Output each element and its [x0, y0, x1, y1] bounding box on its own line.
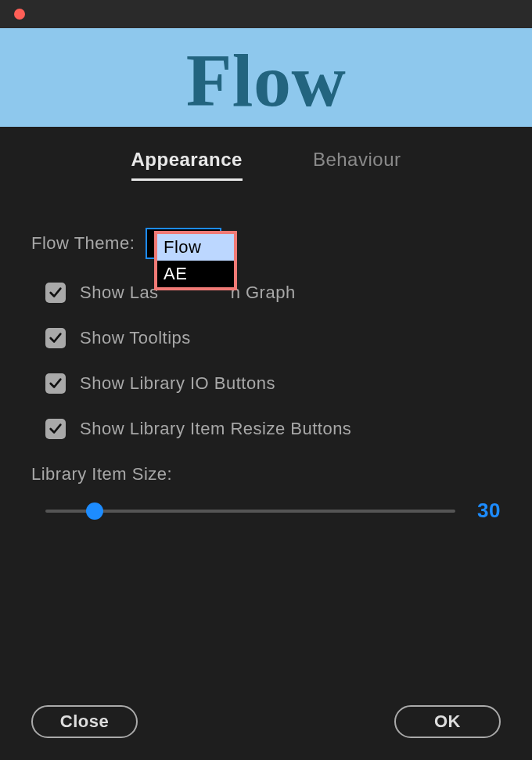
- check-icon: [49, 286, 63, 300]
- tab-bar: Appearance Behaviour: [0, 127, 532, 196]
- app-banner: Flow: [0, 28, 532, 127]
- theme-label: Flow Theme:: [31, 233, 135, 254]
- close-button[interactable]: Close: [31, 705, 138, 738]
- tab-appearance[interactable]: Appearance: [131, 149, 243, 181]
- tab-behaviour[interactable]: Behaviour: [313, 149, 401, 181]
- check-icon: [49, 376, 63, 391]
- check-icon: [49, 331, 63, 345]
- check-icon: [49, 422, 63, 436]
- slider-row: 30: [31, 499, 501, 523]
- library-size-slider[interactable]: [45, 510, 455, 513]
- theme-option-flow[interactable]: Flow: [157, 234, 234, 261]
- slider-value: 30: [469, 499, 501, 523]
- checkbox-show-graph[interactable]: [45, 283, 66, 303]
- settings-panel: Flow Theme: Flow Flow AE Show Lasxxxxxxx…: [0, 196, 532, 523]
- theme-dropdown-list[interactable]: Flow AE: [154, 231, 237, 290]
- check-resize: Show Library Item Resize Buttons: [31, 419, 501, 439]
- check-resize-label: Show Library Item Resize Buttons: [80, 419, 351, 439]
- slider-thumb[interactable]: [86, 502, 103, 520]
- theme-option-ae[interactable]: AE: [157, 261, 234, 287]
- checkbox-tooltips[interactable]: [45, 328, 66, 348]
- checkbox-io[interactable]: [45, 373, 66, 394]
- window-titlebar: [0, 0, 532, 28]
- flow-logo: Flow: [186, 43, 347, 118]
- check-tooltips: Show Tooltips: [31, 328, 501, 348]
- check-io: Show Library IO Buttons: [31, 373, 501, 394]
- check-io-label: Show Library IO Buttons: [80, 373, 275, 394]
- check-tooltips-label: Show Tooltips: [80, 328, 191, 348]
- dialog-footer: Close OK: [0, 705, 532, 738]
- check-show-graph: Show Lasxxxxxxxxn Graph: [31, 283, 501, 303]
- ok-button[interactable]: OK: [394, 705, 501, 738]
- close-window-icon[interactable]: [14, 9, 25, 20]
- checkbox-resize[interactable]: [45, 419, 66, 439]
- slider-label: Library Item Size:: [31, 464, 501, 484]
- theme-row: Flow Theme: Flow: [31, 228, 501, 259]
